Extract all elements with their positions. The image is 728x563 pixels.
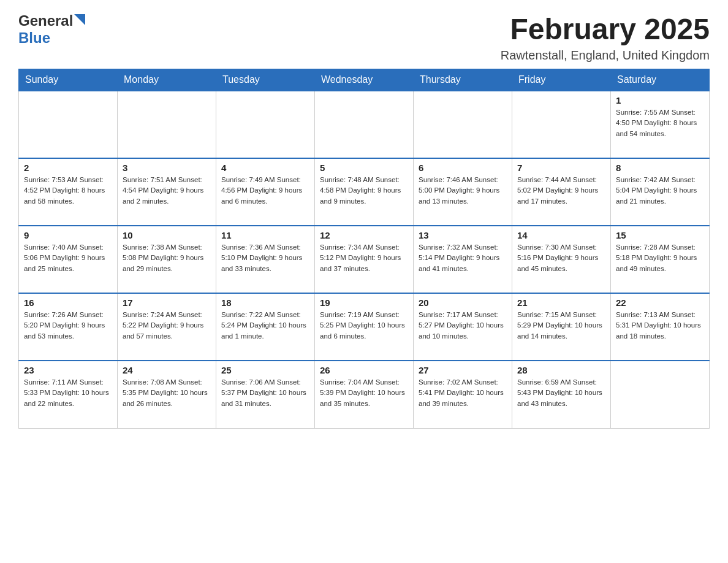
day-number: 13 xyxy=(419,230,507,240)
calendar-cell: 3Sunrise: 7:51 AM Sunset: 4:54 PM Daylig… xyxy=(118,158,216,226)
day-number: 1 xyxy=(616,95,704,105)
calendar-cell: 23Sunrise: 7:11 AM Sunset: 5:33 PM Dayli… xyxy=(19,361,118,428)
day-number: 11 xyxy=(221,230,309,240)
day-number: 4 xyxy=(221,163,309,173)
weekday-header-friday: Friday xyxy=(512,69,611,91)
location-subtitle: Rawtenstall, England, United Kingdom xyxy=(501,48,710,63)
calendar-cell xyxy=(611,361,710,428)
calendar-cell: 26Sunrise: 7:04 AM Sunset: 5:39 PM Dayli… xyxy=(315,361,414,428)
calendar-cell: 5Sunrise: 7:48 AM Sunset: 4:58 PM Daylig… xyxy=(315,158,414,226)
day-number: 19 xyxy=(320,297,408,308)
day-info: Sunrise: 7:24 AM Sunset: 5:22 PM Dayligh… xyxy=(123,310,211,342)
weekday-header-sunday: Sunday xyxy=(19,69,118,91)
calendar-cell: 9Sunrise: 7:40 AM Sunset: 5:06 PM Daylig… xyxy=(19,226,118,293)
calendar-week-row: 1Sunrise: 7:55 AM Sunset: 4:50 PM Daylig… xyxy=(19,91,710,158)
calendar-cell: 14Sunrise: 7:30 AM Sunset: 5:16 PM Dayli… xyxy=(512,226,611,293)
logo: General Blue xyxy=(18,12,85,47)
logo-blue-text: Blue xyxy=(18,29,50,46)
day-info: Sunrise: 7:55 AM Sunset: 4:50 PM Dayligh… xyxy=(616,107,704,139)
title-section: February 2025 Rawtenstall, England, Unit… xyxy=(501,12,710,63)
calendar-cell: 11Sunrise: 7:36 AM Sunset: 5:10 PM Dayli… xyxy=(216,226,315,293)
day-info: Sunrise: 6:59 AM Sunset: 5:43 PM Dayligh… xyxy=(517,377,605,409)
calendar-cell: 22Sunrise: 7:13 AM Sunset: 5:31 PM Dayli… xyxy=(611,293,710,361)
weekday-header-tuesday: Tuesday xyxy=(216,69,315,91)
day-number: 9 xyxy=(24,230,112,240)
day-info: Sunrise: 7:48 AM Sunset: 4:58 PM Dayligh… xyxy=(320,175,408,207)
day-info: Sunrise: 7:04 AM Sunset: 5:39 PM Dayligh… xyxy=(320,377,408,409)
day-number: 20 xyxy=(419,297,507,308)
day-number: 21 xyxy=(517,297,605,308)
day-info: Sunrise: 7:06 AM Sunset: 5:37 PM Dayligh… xyxy=(221,377,309,409)
day-info: Sunrise: 7:49 AM Sunset: 4:56 PM Dayligh… xyxy=(221,175,309,207)
day-info: Sunrise: 7:11 AM Sunset: 5:33 PM Dayligh… xyxy=(24,377,112,409)
day-number: 24 xyxy=(123,365,211,375)
day-info: Sunrise: 7:15 AM Sunset: 5:29 PM Dayligh… xyxy=(517,310,605,342)
calendar-cell xyxy=(512,91,611,158)
logo-arrow-icon xyxy=(74,14,85,28)
page-header: General Blue February 2025 Rawtenstall, … xyxy=(18,12,710,63)
calendar-cell: 24Sunrise: 7:08 AM Sunset: 5:35 PM Dayli… xyxy=(118,361,216,428)
calendar-cell: 4Sunrise: 7:49 AM Sunset: 4:56 PM Daylig… xyxy=(216,158,315,226)
calendar-cell xyxy=(19,91,118,158)
calendar-table: SundayMondayTuesdayWednesdayThursdayFrid… xyxy=(18,69,710,429)
day-number: 22 xyxy=(616,297,704,308)
day-info: Sunrise: 7:28 AM Sunset: 5:18 PM Dayligh… xyxy=(616,242,704,274)
day-info: Sunrise: 7:40 AM Sunset: 5:06 PM Dayligh… xyxy=(24,242,112,274)
calendar-cell: 8Sunrise: 7:42 AM Sunset: 5:04 PM Daylig… xyxy=(611,158,710,226)
calendar-cell: 19Sunrise: 7:19 AM Sunset: 5:25 PM Dayli… xyxy=(315,293,414,361)
calendar-cell: 10Sunrise: 7:38 AM Sunset: 5:08 PM Dayli… xyxy=(118,226,216,293)
day-number: 7 xyxy=(517,163,605,173)
day-info: Sunrise: 7:38 AM Sunset: 5:08 PM Dayligh… xyxy=(123,242,211,274)
calendar-week-row: 23Sunrise: 7:11 AM Sunset: 5:33 PM Dayli… xyxy=(19,361,710,428)
weekday-header-row: SundayMondayTuesdayWednesdayThursdayFrid… xyxy=(19,69,710,91)
day-info: Sunrise: 7:19 AM Sunset: 5:25 PM Dayligh… xyxy=(320,310,408,342)
day-number: 26 xyxy=(320,365,408,375)
calendar-cell: 25Sunrise: 7:06 AM Sunset: 5:37 PM Dayli… xyxy=(216,361,315,428)
logo-general-text: General xyxy=(18,12,73,29)
day-info: Sunrise: 7:46 AM Sunset: 5:00 PM Dayligh… xyxy=(419,175,507,207)
calendar-cell xyxy=(216,91,315,158)
day-number: 17 xyxy=(123,297,211,308)
day-number: 3 xyxy=(123,163,211,173)
weekday-header-monday: Monday xyxy=(118,69,216,91)
day-info: Sunrise: 7:34 AM Sunset: 5:12 PM Dayligh… xyxy=(320,242,408,274)
calendar-cell: 20Sunrise: 7:17 AM Sunset: 5:27 PM Dayli… xyxy=(414,293,512,361)
day-info: Sunrise: 7:08 AM Sunset: 5:35 PM Dayligh… xyxy=(123,377,211,409)
calendar-cell: 13Sunrise: 7:32 AM Sunset: 5:14 PM Dayli… xyxy=(414,226,512,293)
day-info: Sunrise: 7:42 AM Sunset: 5:04 PM Dayligh… xyxy=(616,175,704,207)
calendar-cell: 15Sunrise: 7:28 AM Sunset: 5:18 PM Dayli… xyxy=(611,226,710,293)
calendar-cell: 27Sunrise: 7:02 AM Sunset: 5:41 PM Dayli… xyxy=(414,361,512,428)
day-info: Sunrise: 7:30 AM Sunset: 5:16 PM Dayligh… xyxy=(517,242,605,274)
day-info: Sunrise: 7:26 AM Sunset: 5:20 PM Dayligh… xyxy=(24,310,112,342)
day-number: 2 xyxy=(24,163,112,173)
day-number: 8 xyxy=(616,163,704,173)
weekday-header-saturday: Saturday xyxy=(611,69,710,91)
svg-marker-0 xyxy=(74,14,85,25)
day-number: 5 xyxy=(320,163,408,173)
day-number: 12 xyxy=(320,230,408,240)
day-number: 10 xyxy=(123,230,211,240)
calendar-cell xyxy=(118,91,216,158)
calendar-cell: 16Sunrise: 7:26 AM Sunset: 5:20 PM Dayli… xyxy=(19,293,118,361)
day-info: Sunrise: 7:44 AM Sunset: 5:02 PM Dayligh… xyxy=(517,175,605,207)
day-number: 14 xyxy=(517,230,605,240)
calendar-cell: 21Sunrise: 7:15 AM Sunset: 5:29 PM Dayli… xyxy=(512,293,611,361)
weekday-header-thursday: Thursday xyxy=(414,69,512,91)
calendar-cell xyxy=(315,91,414,158)
calendar-week-row: 9Sunrise: 7:40 AM Sunset: 5:06 PM Daylig… xyxy=(19,226,710,293)
day-info: Sunrise: 7:13 AM Sunset: 5:31 PM Dayligh… xyxy=(616,310,704,342)
calendar-week-row: 2Sunrise: 7:53 AM Sunset: 4:52 PM Daylig… xyxy=(19,158,710,226)
calendar-cell: 2Sunrise: 7:53 AM Sunset: 4:52 PM Daylig… xyxy=(19,158,118,226)
day-number: 27 xyxy=(419,365,507,375)
calendar-cell: 12Sunrise: 7:34 AM Sunset: 5:12 PM Dayli… xyxy=(315,226,414,293)
calendar-cell: 6Sunrise: 7:46 AM Sunset: 5:00 PM Daylig… xyxy=(414,158,512,226)
calendar-cell: 28Sunrise: 6:59 AM Sunset: 5:43 PM Dayli… xyxy=(512,361,611,428)
calendar-cell xyxy=(414,91,512,158)
month-year-title: February 2025 xyxy=(501,12,710,46)
day-number: 18 xyxy=(221,297,309,308)
day-number: 15 xyxy=(616,230,704,240)
day-info: Sunrise: 7:02 AM Sunset: 5:41 PM Dayligh… xyxy=(419,377,507,409)
day-number: 25 xyxy=(221,365,309,375)
day-info: Sunrise: 7:51 AM Sunset: 4:54 PM Dayligh… xyxy=(123,175,211,207)
day-info: Sunrise: 7:22 AM Sunset: 5:24 PM Dayligh… xyxy=(221,310,309,342)
